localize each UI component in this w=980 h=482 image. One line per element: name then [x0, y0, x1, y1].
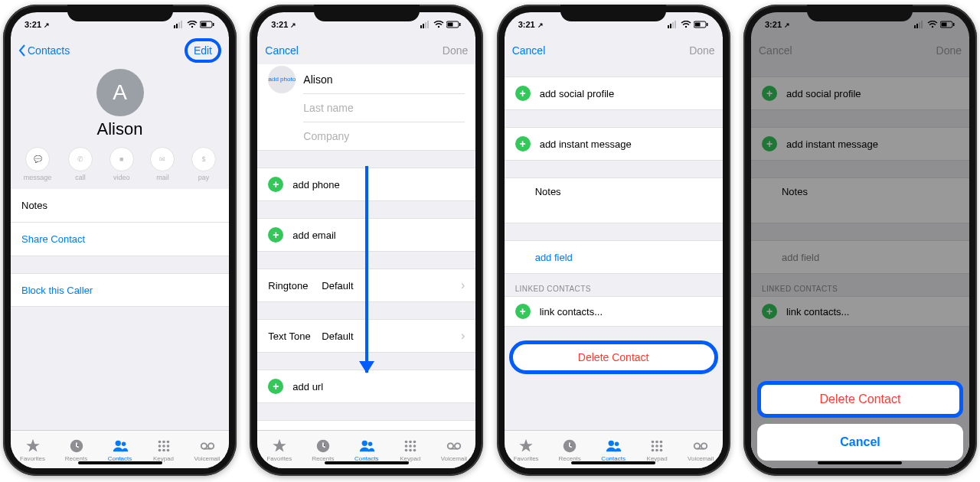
svg-point-57: [652, 440, 655, 443]
cancel-button[interactable]: Cancel: [512, 44, 546, 57]
block-row[interactable]: Block this Caller: [11, 273, 229, 307]
signal-icon: [174, 21, 185, 28]
plus-icon: +: [515, 304, 531, 319]
phone-frame-4: 3:21 ↗ Cancel Done +add social profile +…: [743, 5, 977, 476]
svg-point-65: [660, 448, 663, 451]
notes-row[interactable]: Notes: [11, 189, 229, 223]
svg-point-37: [404, 445, 407, 448]
status-time: 3:21 ↗: [271, 20, 296, 29]
chevron-left-icon: [18, 44, 26, 57]
nav-bar: Contacts Edit: [11, 37, 229, 64]
home-indicator[interactable]: [818, 461, 902, 464]
svg-rect-47: [670, 24, 671, 28]
home-indicator[interactable]: [78, 461, 162, 464]
name-row: add photo Alison Last name Company: [257, 64, 475, 151]
svg-point-41: [409, 448, 412, 451]
svg-point-64: [655, 448, 658, 451]
svg-rect-29: [448, 23, 453, 27]
svg-point-62: [660, 445, 663, 448]
done-button[interactable]: Done: [443, 44, 468, 57]
svg-rect-23: [420, 25, 422, 28]
edit-button[interactable]: Edit: [185, 38, 221, 63]
svg-point-43: [448, 443, 453, 448]
svg-point-67: [701, 443, 707, 448]
svg-point-63: [652, 448, 655, 451]
phone-frame-3: 3:21 ↗ Cancel Done +add social profile +…: [497, 5, 730, 476]
svg-point-20: [201, 443, 206, 448]
svg-point-34: [404, 440, 407, 443]
add-im-row[interactable]: +add instant message: [505, 127, 723, 161]
add-field-row[interactable]: add field: [505, 240, 723, 274]
sheet-cancel-button[interactable]: Cancel: [757, 424, 963, 461]
svg-rect-30: [459, 23, 461, 26]
pay-icon: $: [191, 147, 216, 171]
company-field[interactable]: Company: [303, 122, 465, 150]
call-button[interactable]: ✆call: [68, 147, 93, 181]
svg-point-15: [162, 445, 165, 448]
svg-point-60: [652, 445, 655, 448]
cancel-button[interactable]: Cancel: [265, 44, 299, 57]
notch: [67, 5, 173, 21]
notch: [807, 5, 913, 21]
svg-point-16: [166, 445, 169, 448]
pay-button[interactable]: $pay: [191, 147, 216, 181]
add-address-row[interactable]: +add address: [257, 420, 475, 430]
video-button[interactable]: ■video: [109, 147, 134, 181]
link-contacts-row[interactable]: +link contacts...: [505, 296, 723, 327]
svg-rect-46: [668, 25, 669, 28]
delete-contact-button[interactable]: Delete Contact: [509, 340, 718, 374]
svg-point-19: [166, 448, 169, 451]
tab-voicemail[interactable]: Voicemail: [679, 431, 723, 468]
notch: [314, 5, 420, 21]
phone-frame-1: 3:21 ↗ Contacts Edit A Alison 💬message ✆…: [3, 5, 237, 476]
svg-point-39: [413, 445, 416, 448]
svg-rect-1: [176, 24, 178, 28]
add-social-row[interactable]: +add social profile: [505, 77, 723, 110]
back-button[interactable]: Contacts: [18, 44, 70, 57]
svg-point-56: [615, 441, 619, 446]
first-name-field[interactable]: Alison: [303, 66, 465, 94]
message-button[interactable]: 💬message: [24, 147, 52, 181]
svg-point-50: [684, 26, 686, 28]
svg-point-44: [455, 443, 460, 448]
voicemail-icon: [199, 438, 216, 454]
svg-point-33: [368, 441, 373, 446]
svg-point-27: [438, 26, 439, 28]
clock-icon: [68, 438, 85, 454]
svg-point-55: [609, 440, 614, 445]
status-indicators: [420, 21, 462, 28]
home-indicator[interactable]: [571, 461, 655, 464]
tab-favorites[interactable]: Favorites: [257, 431, 301, 468]
tab-favorites[interactable]: Favorites: [11, 431, 54, 468]
contact-name: Alison: [11, 119, 229, 139]
status-time: 3:21 ↗: [518, 20, 544, 29]
action-row: 💬message ✆call ■video ✉mail $pay: [11, 147, 229, 189]
svg-point-66: [694, 443, 700, 448]
share-row[interactable]: Share Contact: [11, 223, 229, 256]
svg-point-4: [191, 26, 193, 28]
add-photo-button[interactable]: add photo: [268, 66, 296, 93]
plus-icon: +: [268, 430, 283, 431]
tab-favorites[interactable]: Favorites: [505, 431, 548, 468]
nav-bar: Cancel Done: [257, 37, 475, 64]
wifi-icon: [187, 21, 198, 28]
home-indicator[interactable]: [325, 461, 409, 464]
notch: [560, 5, 666, 21]
last-name-field[interactable]: Last name: [303, 94, 465, 122]
svg-point-42: [413, 448, 416, 451]
avatar: A: [96, 69, 144, 116]
done-button[interactable]: Done: [689, 44, 714, 57]
add-url-row[interactable]: +add url: [257, 370, 475, 403]
tab-voicemail[interactable]: Voicemail: [432, 431, 475, 468]
notes-field[interactable]: Notes: [505, 177, 723, 223]
status-time: 3:21 ↗: [24, 20, 50, 29]
svg-point-61: [655, 445, 658, 448]
linked-header: LINKED CONTACTS: [505, 274, 723, 296]
battery-icon: [200, 21, 215, 28]
mail-button[interactable]: ✉mail: [150, 147, 175, 181]
phone-icon: ✆: [68, 147, 93, 171]
tab-voicemail[interactable]: Voicemail: [185, 431, 229, 468]
svg-point-14: [158, 445, 161, 448]
svg-point-35: [409, 440, 412, 443]
sheet-delete-button[interactable]: Delete Contact: [757, 381, 963, 418]
